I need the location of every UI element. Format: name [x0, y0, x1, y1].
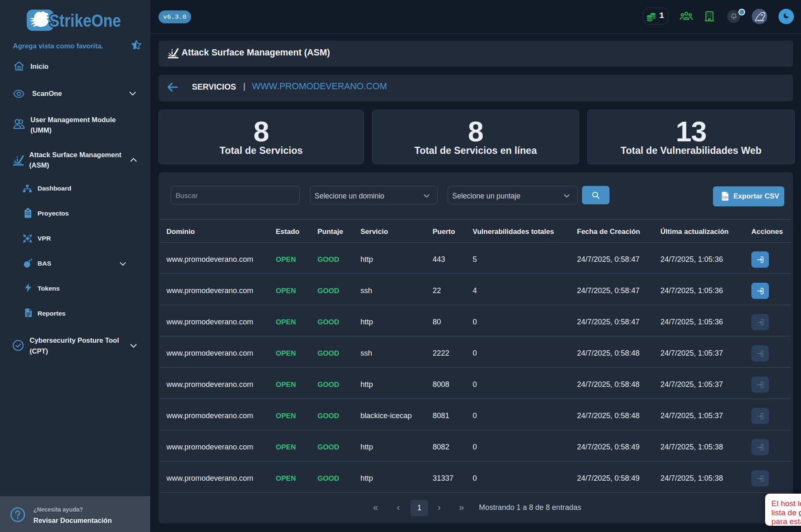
- svg-text:StrikeOne: StrikeOne: [49, 10, 121, 30]
- svg-text:CSV: CSV: [722, 196, 728, 199]
